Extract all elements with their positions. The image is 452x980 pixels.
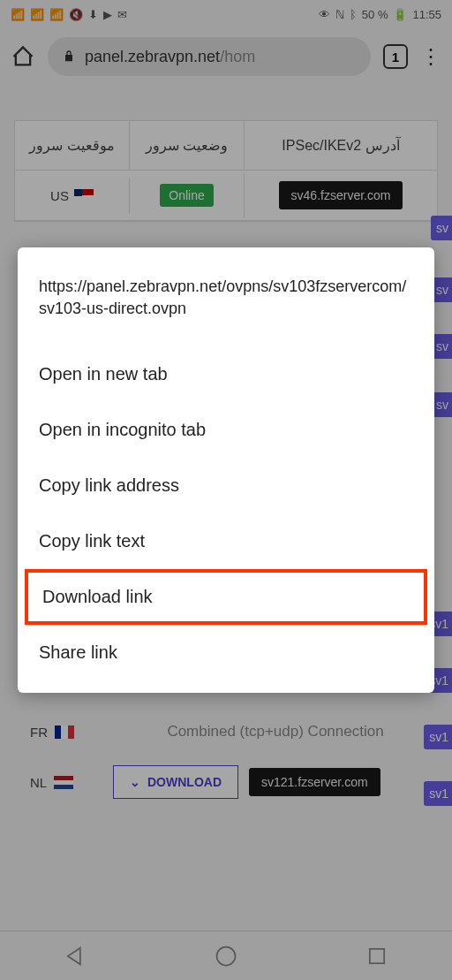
menu-copy-text[interactable]: Copy link text [18,513,434,569]
menu-download-link[interactable]: Download link [25,569,427,625]
menu-open-incognito[interactable]: Open in incognito tab [18,402,434,458]
menu-copy-address[interactable]: Copy link address [18,458,434,513]
context-menu: https://panel.zebravpn.net/ovpns/sv103fz… [18,247,434,693]
context-menu-url: https://panel.zebravpn.net/ovpns/sv103fz… [18,265,434,346]
menu-share-link[interactable]: Share link [18,625,434,680]
menu-open-new-tab[interactable]: Open in new tab [18,346,434,402]
